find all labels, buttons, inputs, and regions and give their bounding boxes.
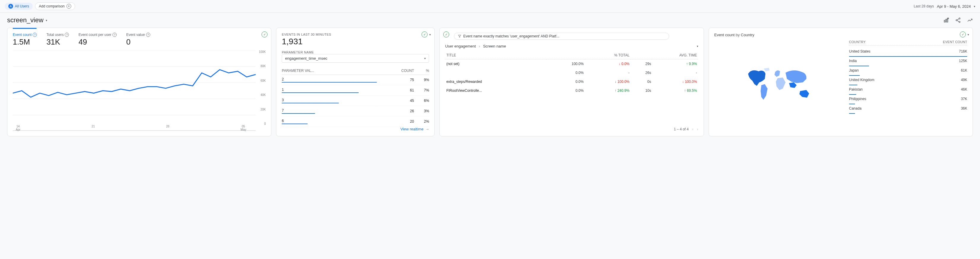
status-ok-icon[interactable]: ✓ bbox=[960, 32, 966, 37]
table-row[interactable]: United States716K bbox=[849, 47, 967, 57]
top-bar: A All Users Add comparison + Last 28 day… bbox=[0, 0, 980, 13]
parameter-select[interactable]: engagement_time_msec ▾ bbox=[282, 54, 429, 63]
table-row[interactable]: extra_steps/Rewarded0.0%↓ 100.0%0s↓ 100.… bbox=[445, 77, 698, 86]
help-icon[interactable]: ? bbox=[65, 33, 69, 37]
country-count: 49K bbox=[961, 78, 967, 82]
share-icon[interactable] bbox=[955, 17, 961, 23]
param-value: 6 bbox=[282, 117, 377, 127]
table-row[interactable]: FIRootViewControlle...0.0%↑ 240.9%10s↑ 6… bbox=[445, 86, 698, 95]
insights-icon[interactable] bbox=[967, 17, 973, 23]
table-row[interactable]: 3456% bbox=[282, 96, 429, 106]
country-count: 37K bbox=[961, 97, 967, 101]
caret-down-icon[interactable]: ▾ bbox=[697, 45, 698, 48]
table-row[interactable]: 7263% bbox=[282, 106, 429, 117]
trend-chart: 100K 80K 60K 40K 20K 0 14Apr 21 bbox=[13, 50, 266, 131]
title-dimension: Country bbox=[741, 33, 754, 37]
param-pct: 9% bbox=[414, 75, 429, 85]
pager-next-button[interactable]: › bbox=[697, 127, 698, 131]
table-row[interactable]: United Kingdom49K bbox=[849, 76, 967, 85]
svg-rect-1 bbox=[945, 19, 947, 22]
x-axis-ticks: 14Apr 21 28 05May bbox=[13, 125, 256, 131]
country-card-title: Event count by Country bbox=[714, 33, 967, 37]
pager-prev-button[interactable]: ‹ bbox=[692, 127, 694, 131]
y-tick: 40K bbox=[256, 93, 266, 96]
table-row[interactable]: Philippines37K bbox=[849, 95, 967, 104]
row-pct-delta: - bbox=[585, 68, 631, 77]
row-pct-delta: ↑ 240.9% bbox=[585, 86, 631, 95]
header-row: screen_view ▾ bbox=[0, 13, 980, 28]
filter-pill[interactable]: Event name exactly matches 'user_engagem… bbox=[454, 33, 669, 40]
table-row[interactable]: Canada36K bbox=[849, 104, 967, 114]
view-realtime-label: View realtime bbox=[401, 127, 424, 131]
param-count: 45 bbox=[377, 96, 414, 106]
param-name-label: PARAMETER NAME bbox=[282, 51, 429, 54]
param-value: 1 bbox=[282, 85, 377, 96]
active-tab-indicator bbox=[13, 28, 37, 29]
table-row[interactable]: 2759% bbox=[282, 75, 429, 85]
realtime-event-count: 1,931 bbox=[282, 37, 429, 46]
realtime-section-label: EVENTS IN LAST 30 MINUTES bbox=[282, 33, 429, 36]
metric-event-count[interactable]: Event count ? 1.5M bbox=[13, 33, 37, 46]
param-count: 75 bbox=[377, 75, 414, 85]
caret-down-icon[interactable]: ▾ bbox=[967, 33, 969, 36]
table-row[interactable]: 0.0% -26s - bbox=[445, 68, 698, 77]
table-row[interactable]: Japan61K bbox=[849, 66, 967, 76]
row-title: FIRootViewControlle... bbox=[445, 86, 546, 95]
country-count: 61K bbox=[961, 68, 967, 72]
row-avg: 10s bbox=[631, 86, 652, 95]
param-value: 2 bbox=[282, 75, 377, 85]
breadcrumb-item[interactable]: User engagement bbox=[445, 44, 476, 48]
row-pct: 100.0% bbox=[546, 59, 585, 69]
row-avg-delta: ↑ 9.9% bbox=[652, 59, 698, 69]
row-avg: 26s bbox=[631, 68, 652, 77]
row-avg-delta: - bbox=[652, 68, 698, 77]
world-map[interactable] bbox=[714, 40, 844, 131]
metric-event-per-user[interactable]: Event count per user ? 49 bbox=[78, 33, 117, 46]
add-comparison-chip[interactable]: Add comparison + bbox=[35, 2, 75, 10]
metric-value: 1.5M bbox=[13, 37, 37, 46]
x-tick: 14 bbox=[16, 125, 21, 128]
country-count: 46K bbox=[961, 87, 967, 91]
help-icon[interactable]: ? bbox=[33, 33, 37, 37]
pager: 1 – 4 of 4 ‹ › bbox=[445, 127, 698, 131]
line-chart-svg bbox=[13, 50, 256, 131]
breadcrumb-item[interactable]: Screen name bbox=[483, 44, 506, 48]
table-row[interactable]: (not set)100.0%↓ 0.0%29s↑ 9.9% bbox=[445, 59, 698, 69]
metric-total-users[interactable]: Total users ? 31K bbox=[46, 33, 69, 46]
row-avg-delta: ↓ 100.0% bbox=[652, 77, 698, 86]
view-realtime-link[interactable]: View realtime → bbox=[401, 127, 429, 131]
param-pct: 3% bbox=[414, 106, 429, 117]
arrow-right-icon: → bbox=[425, 127, 429, 131]
row-avg: 0s bbox=[631, 77, 652, 86]
status-ok-icon[interactable]: ✓ bbox=[262, 32, 267, 37]
col-header: PARAMETER VAL... bbox=[282, 67, 377, 75]
param-count: 61 bbox=[377, 85, 414, 96]
table-row[interactable]: India125K bbox=[849, 57, 967, 66]
status-ok-icon[interactable]: ✓ bbox=[443, 32, 449, 37]
x-tick-sub: Apr bbox=[16, 128, 21, 131]
help-icon[interactable]: ? bbox=[113, 33, 117, 37]
metrics-row: Event count ? 1.5M Total users ? 31K Eve… bbox=[13, 33, 266, 46]
metric-event-value[interactable]: Event value ? 0 bbox=[126, 33, 150, 46]
table-row[interactable]: 6202% bbox=[282, 117, 429, 127]
add-comparison-label: Add comparison bbox=[39, 4, 65, 8]
table-row[interactable]: Pakistan46K bbox=[849, 85, 967, 95]
audience-chip[interactable]: A All Users bbox=[5, 3, 33, 10]
country-count: 125K bbox=[959, 59, 967, 63]
row-pct-delta: ↓ 100.0% bbox=[585, 77, 631, 86]
status-ok-icon[interactable]: ✓ bbox=[422, 32, 428, 37]
date-prefix: Last 28 days bbox=[914, 4, 934, 8]
country-name: Japan bbox=[849, 68, 859, 72]
param-value: 7 bbox=[282, 106, 377, 117]
table-row[interactable]: 1617% bbox=[282, 85, 429, 96]
country-name: Canada bbox=[849, 106, 862, 110]
x-tick-sub: May bbox=[240, 128, 246, 131]
audience-badge-icon: A bbox=[8, 4, 13, 9]
customize-report-icon[interactable] bbox=[943, 17, 949, 23]
date-range-picker[interactable]: Last 28 days Apr 9 - May 6, 2024 ▾ bbox=[914, 4, 975, 9]
help-icon[interactable]: ? bbox=[146, 33, 150, 37]
x-tick: 28 bbox=[166, 125, 169, 128]
param-count: 20 bbox=[377, 117, 414, 127]
caret-down-icon[interactable]: ▾ bbox=[429, 33, 431, 36]
page-title-dropdown[interactable]: screen_view ▾ bbox=[7, 16, 47, 24]
